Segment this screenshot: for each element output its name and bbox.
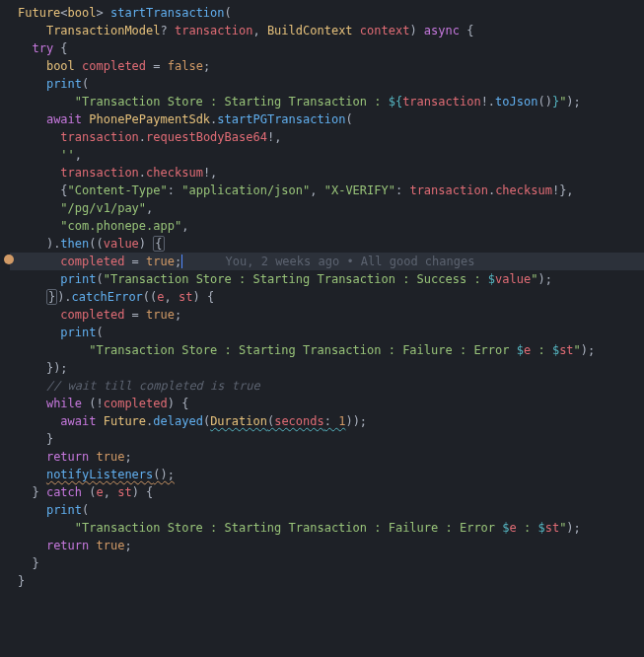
code-line[interactable]: {"Content-Type": "application/json", "X-… (10, 182, 644, 199)
type-token: Future (18, 6, 60, 20)
code-line[interactable]: print( (10, 324, 644, 341)
code-line[interactable]: } (10, 430, 644, 448)
code-line[interactable]: } (10, 554, 644, 572)
code-line[interactable]: notifyListeners(); (10, 466, 644, 483)
code-line[interactable]: print( (10, 501, 644, 519)
code-line-active[interactable]: completed = true; You, 2 weeks ago • All… (10, 253, 644, 270)
code-line[interactable]: transaction.requestBodyBase64!, (10, 128, 644, 146)
matching-brace: { (153, 236, 164, 252)
dead-code-warning: notifyListeners (46, 468, 153, 481)
lightbulb-icon[interactable] (4, 255, 14, 264)
code-line[interactable]: "com.phonepe.app", (10, 217, 644, 235)
git-blame-annotation[interactable]: You, 2 weeks ago • All good changes (182, 255, 474, 268)
code-editor[interactable]: Future<bool> startTransaction( Transacti… (10, 4, 644, 590)
code-line[interactable]: Future<bool> startTransaction( (10, 4, 644, 22)
code-line[interactable]: while (!completed) { (10, 395, 644, 412)
code-line[interactable]: ).then((value) { (10, 235, 644, 253)
code-line[interactable]: print( (10, 75, 644, 93)
code-line[interactable]: TransactionModel? transaction, BuildCont… (10, 22, 644, 39)
code-line[interactable]: "Transaction Store : Starting Transactio… (10, 519, 644, 537)
code-line[interactable]: await PhonePePaymentSdk.startPGTransacti… (10, 110, 644, 128)
text-cursor (181, 255, 182, 268)
code-line[interactable]: return true; (10, 537, 644, 554)
code-line[interactable]: bool completed = false; (10, 57, 644, 75)
code-line[interactable]: return true; (10, 448, 644, 466)
code-line[interactable]: } catch (e, st) { (10, 483, 644, 501)
code-line[interactable]: print("Transaction Store : Starting Tran… (10, 270, 644, 288)
code-line[interactable]: "Transaction Store : Starting Transactio… (10, 341, 644, 359)
code-line[interactable]: await Future.delayed(Duration(seconds: 1… (10, 412, 644, 430)
code-line[interactable]: "Transaction Store : Starting Transactio… (10, 93, 644, 110)
code-line[interactable]: transaction.checksum!, (10, 164, 644, 182)
matching-brace: } (46, 289, 57, 305)
code-line[interactable]: '', (10, 146, 644, 164)
warning-token: Duration (210, 414, 267, 428)
code-line[interactable]: }); (10, 359, 644, 377)
code-line[interactable]: // wait till completed is true (10, 377, 644, 395)
code-line[interactable]: "/pg/v1/pay", (10, 199, 644, 217)
code-line[interactable]: }).catchError((e, st) { (10, 288, 644, 306)
code-line[interactable]: completed = true; (10, 306, 644, 324)
code-line[interactable]: } (10, 572, 644, 590)
function-name: startTransaction (110, 6, 225, 20)
comment-token: // wait till completed is true (46, 379, 260, 393)
code-line[interactable]: try { (10, 39, 644, 57)
